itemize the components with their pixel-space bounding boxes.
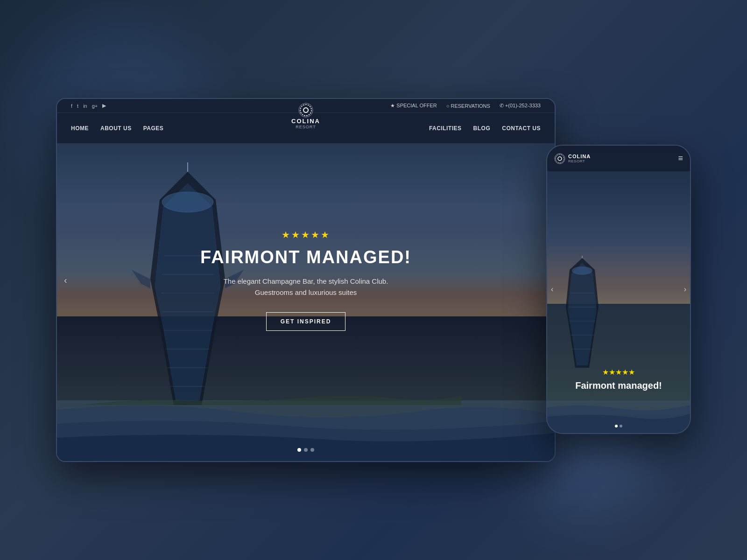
phone-water	[547, 400, 690, 433]
nav-left: HOME ABOUT US PAGES	[71, 125, 163, 132]
svg-point-21	[556, 154, 564, 163]
social-icons-group: f t in g+ ▶	[71, 103, 106, 109]
svg-point-10	[303, 108, 308, 112]
nav-blog[interactable]: BLOG	[473, 125, 491, 132]
phone-slider-dots	[615, 425, 622, 427]
linkedin-icon[interactable]: in	[83, 103, 87, 109]
shore-svg	[80, 391, 461, 405]
twitter-icon[interactable]: t	[77, 103, 78, 109]
logo-sub: RESORT	[296, 125, 316, 129]
dot-1[interactable]	[297, 448, 301, 452]
header-nav-bar: HOME ABOUT US PAGES COLINA RESORT	[57, 113, 555, 143]
hero-title-tablet: FAIRMONT MANAGED!	[166, 247, 446, 267]
nav-home[interactable]: HOME	[71, 125, 89, 132]
logo-gear-icon	[298, 103, 313, 118]
facebook-icon[interactable]: f	[71, 103, 72, 109]
main-container: f t in g+ ▶ ★ SPECIAL OFFER ○ RESERVATIO…	[56, 98, 691, 462]
hero-content-tablet: ★★★★★ FAIRMONT MANAGED! The elegant Cham…	[166, 229, 446, 331]
shore-area	[80, 391, 461, 405]
nav-right: FACILITIES BLOG CONTACT US	[429, 125, 541, 132]
water-svg	[57, 400, 555, 461]
phone-hero-stars: ★★★★★	[557, 368, 681, 377]
phone-logo-text-group: COLINA RESORT	[568, 154, 591, 163]
svg-point-22	[555, 154, 565, 164]
phone-water-svg	[547, 400, 690, 433]
phone-menu-icon[interactable]: ≡	[678, 154, 683, 163]
svg-point-18	[572, 266, 592, 275]
logo: COLINA RESORT	[291, 103, 320, 129]
tablet-mockup: f t in g+ ▶ ★ SPECIAL OFFER ○ RESERVATIO…	[56, 98, 556, 462]
nav-about[interactable]: ABOUT US	[100, 125, 132, 132]
nav-pages[interactable]: PAGES	[143, 125, 164, 132]
water-bg	[57, 400, 555, 461]
phone-mockup: COLINA RESORT ≡ ‹ › ★★★★★ Fairmont manag…	[546, 145, 691, 434]
svg-point-12	[299, 103, 313, 117]
phone-link[interactable]: ✆ +(01)-252-3333	[500, 103, 541, 109]
phone-logo-icon	[554, 153, 565, 164]
svg-point-8	[162, 192, 213, 212]
prev-arrow-tablet[interactable]: ‹	[64, 275, 67, 286]
phone-logo-sub: RESORT	[568, 159, 591, 163]
slider-dots-tablet	[297, 448, 314, 452]
phone-dot-2[interactable]	[620, 425, 622, 427]
hero-subtitle-tablet: The elegant Champagne Bar, the stylish C…	[166, 276, 446, 298]
logo-group: COLINA RESORT	[291, 103, 320, 129]
reservations-link[interactable]: ○ RESERVATIONS	[446, 103, 490, 109]
phone-header: COLINA RESORT ≡	[547, 146, 690, 171]
hero-stars-tablet: ★★★★★	[166, 229, 446, 240]
cta-button-tablet[interactable]: GET INSPIRED	[266, 312, 346, 331]
phone-building-svg	[557, 256, 608, 368]
phone-prev-arrow[interactable]: ‹	[551, 285, 553, 294]
googleplus-icon[interactable]: g+	[92, 103, 98, 109]
phone-dot-1[interactable]	[615, 425, 618, 427]
nav-facilities[interactable]: FACILITIES	[429, 125, 462, 132]
dot-3[interactable]	[310, 448, 314, 452]
phone-hero-content: ★★★★★ Fairmont managed!	[547, 368, 690, 391]
phone-logo-name: COLINA	[568, 154, 591, 159]
svg-point-11	[300, 105, 311, 116]
dot-2[interactable]	[304, 448, 308, 452]
header-info: ★ SPECIAL OFFER ○ RESERVATIONS ✆ +(01)-2…	[390, 103, 541, 109]
tablet-header: f t in g+ ▶ ★ SPECIAL OFFER ○ RESERVATIO…	[57, 99, 555, 143]
special-offer-link[interactable]: ★ SPECIAL OFFER	[390, 103, 437, 109]
phone-next-arrow[interactable]: ›	[684, 285, 686, 294]
logo-text: COLINA	[291, 118, 320, 125]
phone-logo: COLINA RESORT	[554, 153, 591, 164]
phone-building	[557, 256, 603, 363]
youtube-icon[interactable]: ▶	[102, 103, 106, 109]
phone-hero-title: Fairmont managed!	[557, 380, 681, 391]
nav-contact[interactable]: CONTACT US	[502, 125, 541, 132]
svg-point-20	[558, 157, 562, 161]
